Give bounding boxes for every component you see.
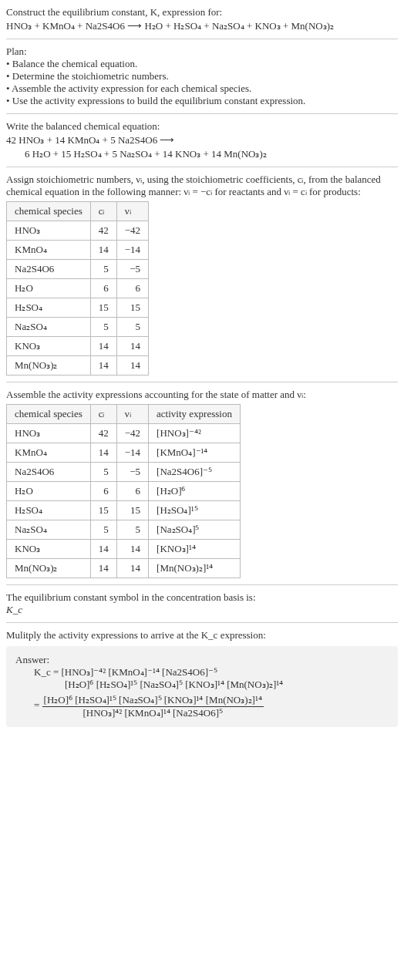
- fraction-numerator: [H₂O]⁶ [H₂SO₄]¹⁵ [Na₂SO₄]⁵ [KNO₃]¹⁴ [Mn(…: [42, 694, 264, 707]
- table-row: H₂SO₄1515: [7, 298, 149, 318]
- table-cell: 14: [90, 443, 116, 463]
- assemble-text: Assemble the activity expressions accoun…: [6, 389, 398, 401]
- table-cell: 6: [116, 482, 148, 501]
- table-cell: KNO₃: [7, 540, 91, 559]
- answer-label: Answer:: [15, 654, 389, 666]
- table-row: HNO₃42−42: [7, 221, 149, 241]
- plan-item: • Balance the chemical equation.: [6, 58, 398, 70]
- table-cell: [Na2S4O6]⁻⁵: [149, 463, 241, 482]
- table-row: HNO₃42−42[HNO₃]⁻⁴²: [7, 424, 241, 443]
- intro-equation: HNO₃ + KMnO₄ + Na2S4O6 ⟶ H₂O + H₂SO₄ + N…: [6, 20, 398, 32]
- table-cell: 5: [90, 260, 116, 279]
- plan-heading: Plan:: [6, 45, 398, 58]
- table-cell: Na2S4O6: [7, 463, 91, 482]
- table-cell: 6: [116, 279, 148, 298]
- plan-item: • Determine the stoichiometric numbers.: [6, 70, 398, 83]
- assign-text: Assign stoichiometric numbers, νᵢ, using…: [6, 173, 398, 198]
- divider: [6, 382, 398, 382]
- table-cell: 15: [90, 298, 116, 318]
- table-cell: H₂O: [7, 482, 91, 501]
- answer-expression: K_c = [HNO₃]⁻⁴² [KMnO₄]⁻¹⁴ [Na2S4O6]⁻⁵ […: [34, 666, 389, 719]
- table-cell: −42: [116, 424, 148, 443]
- table-row: KNO₃1414[KNO₃]¹⁴: [7, 540, 241, 559]
- table-cell: 15: [116, 501, 148, 520]
- table-cell: 14: [116, 559, 148, 578]
- table-row: Mn(NO₃)₂1414[Mn(NO₃)₂]¹⁴: [7, 559, 241, 578]
- table-cell: 14: [90, 356, 116, 375]
- table-row: KMnO₄14−14[KMnO₄]⁻¹⁴: [7, 443, 241, 463]
- table-cell: [Na₂SO₄]⁵: [149, 520, 241, 540]
- intro-line1: Construct the equilibrium constant, K, e…: [6, 6, 398, 19]
- fraction: [H₂O]⁶ [H₂SO₄]¹⁵ [Na₂SO₄]⁵ [KNO₃]¹⁴ [Mn(…: [42, 694, 264, 719]
- table-cell: 42: [90, 221, 116, 241]
- divider: [6, 113, 398, 114]
- table-row: Na2S4O65−5[Na2S4O6]⁻⁵: [7, 463, 241, 482]
- table-cell: 5: [90, 318, 116, 337]
- table-cell: 15: [116, 298, 148, 318]
- plan-item: • Assemble the activity expression for e…: [6, 83, 398, 95]
- table-cell: [KNO₃]¹⁴: [149, 540, 241, 559]
- table-cell: [H₂SO₄]¹⁵: [149, 501, 241, 520]
- table-row: Mn(NO₃)₂1414: [7, 356, 149, 375]
- fraction-denominator: [HNO₃]⁴² [KMnO₄]¹⁴ [Na2S4O6]⁵: [42, 707, 264, 719]
- multiply-section: Mulitply the activity expressions to arr…: [6, 629, 398, 642]
- table-cell: 14: [90, 337, 116, 356]
- table-row: H₂O66[H₂O]⁶: [7, 482, 241, 501]
- eqconst-symbol: K_c: [6, 604, 398, 616]
- balanced-section: Write the balanced chemical equation: 42…: [6, 120, 398, 160]
- table-cell: HNO₃: [7, 221, 91, 241]
- divider: [6, 39, 398, 39]
- equals-sign: =: [34, 699, 39, 711]
- table-cell: KMnO₄: [7, 241, 91, 260]
- table-cell: H₂SO₄: [7, 501, 91, 520]
- intro-section: Construct the equilibrium constant, K, e…: [6, 6, 398, 32]
- table-row: H₂O66: [7, 279, 149, 298]
- table-cell: 5: [116, 520, 148, 540]
- table-cell: [Mn(NO₃)₂]¹⁴: [149, 559, 241, 578]
- activity-table: chemical species cᵢ νᵢ activity expressi…: [6, 404, 241, 578]
- table-cell: 15: [90, 501, 116, 520]
- table-cell: H₂O: [7, 279, 91, 298]
- table-row: H₂SO₄1515[H₂SO₄]¹⁵: [7, 501, 241, 520]
- answer-box: Answer: K_c = [HNO₃]⁻⁴² [KMnO₄]⁻¹⁴ [Na2S…: [6, 646, 398, 727]
- table-cell: 14: [116, 356, 148, 375]
- table-row: KMnO₄14−14: [7, 241, 149, 260]
- table-cell: Na2S4O6: [7, 260, 91, 279]
- table-header-row: chemical species cᵢ νᵢ activity expressi…: [7, 405, 241, 424]
- table-cell: KNO₃: [7, 337, 91, 356]
- eqconst-line1: The equilibrium constant symbol in the c…: [6, 591, 398, 604]
- table-cell: Mn(NO₃)₂: [7, 356, 91, 375]
- table-header: νᵢ: [116, 202, 148, 221]
- table-cell: HNO₃: [7, 424, 91, 443]
- multiply-text: Mulitply the activity expressions to arr…: [6, 629, 398, 642]
- table-header: chemical species: [7, 405, 91, 424]
- table-header-row: chemical species cᵢ νᵢ: [7, 202, 149, 221]
- answer-line1: K_c = [HNO₃]⁻⁴² [KMnO₄]⁻¹⁴ [Na2S4O6]⁻⁵: [34, 666, 389, 679]
- table-cell: Na₂SO₄: [7, 520, 91, 540]
- assign-section: Assign stoichiometric numbers, νᵢ, using…: [6, 173, 398, 375]
- table-row: KNO₃1414: [7, 337, 149, 356]
- table-cell: [H₂O]⁶: [149, 482, 241, 501]
- table-cell: 14: [116, 337, 148, 356]
- table-row: Na2S4O65−5: [7, 260, 149, 279]
- table-header: cᵢ: [90, 405, 116, 424]
- answer-line2: [H₂O]⁶ [H₂SO₄]¹⁵ [Na₂SO₄]⁵ [KNO₃]¹⁴ [Mn(…: [65, 679, 389, 691]
- table-cell: [KMnO₄]⁻¹⁴: [149, 443, 241, 463]
- table-header: activity expression: [149, 405, 241, 424]
- divider: [6, 584, 398, 585]
- table-row: Na₂SO₄55[Na₂SO₄]⁵: [7, 520, 241, 540]
- table-cell: Mn(NO₃)₂: [7, 559, 91, 578]
- plan-item: • Use the activity expressions to build …: [6, 95, 398, 107]
- table-cell: −5: [116, 463, 148, 482]
- divider: [6, 622, 398, 623]
- assemble-section: Assemble the activity expressions accoun…: [6, 389, 398, 578]
- table-cell: 42: [90, 424, 116, 443]
- table-cell: 14: [116, 540, 148, 559]
- table-cell: KMnO₄: [7, 443, 91, 463]
- table-cell: Na₂SO₄: [7, 318, 91, 337]
- answer-fraction-line: = [H₂O]⁶ [H₂SO₄]¹⁵ [Na₂SO₄]⁵ [KNO₃]¹⁴ [M…: [34, 694, 389, 719]
- table-cell: 6: [90, 482, 116, 501]
- plan-section: Plan: • Balance the chemical equation. •…: [6, 45, 398, 107]
- table-header: chemical species: [7, 202, 91, 221]
- table-cell: 14: [90, 540, 116, 559]
